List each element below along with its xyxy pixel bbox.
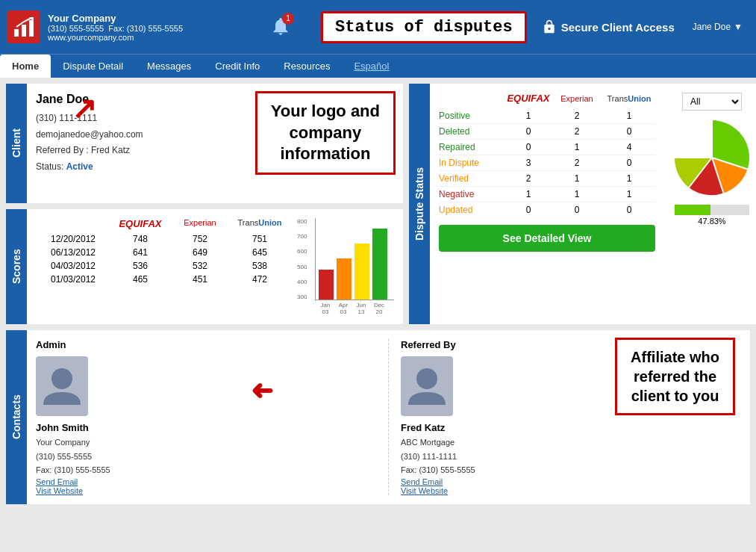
scores-row-0: 12/20/2012 748 752 751 bbox=[36, 232, 290, 246]
dispute-chart-area: All Equifax Experian TransUnion bbox=[667, 93, 756, 315]
chevron-down-icon: ▼ bbox=[734, 22, 743, 32]
dispute-label-positive: Positive bbox=[439, 111, 506, 121]
svg-rect-1 bbox=[22, 25, 26, 37]
scores-transunion-header: TransUnion bbox=[238, 218, 282, 227]
secure-access-label: Secure Client Access bbox=[561, 21, 675, 34]
dispute-status-section: Dispute Status EQUIFAX Experian bbox=[409, 84, 756, 324]
dispute-row-verified: Verified 2 1 1 bbox=[439, 171, 655, 187]
dispute-filter-dropdown[interactable]: All Equifax Experian TransUnion bbox=[682, 93, 742, 111]
bar-label-jun: Jun13 bbox=[354, 302, 369, 315]
see-detailed-view-button[interactable]: See Detailed View bbox=[439, 225, 655, 252]
referred-visit-website[interactable]: Visit Website bbox=[401, 486, 741, 495]
affiliate-annotation-box: Affiliate whoreferred theclient to you bbox=[615, 338, 735, 415]
company-logo bbox=[7, 10, 40, 43]
logo-arrow: ↗ bbox=[72, 91, 97, 125]
dispute-equifax-header: EQUIFAX bbox=[507, 93, 549, 104]
dispute-label-verified: Verified bbox=[439, 173, 506, 184]
nav-tab-messages[interactable]: Messages bbox=[135, 55, 203, 78]
nav-tab-credit-info[interactable]: Credit Info bbox=[203, 55, 272, 78]
dispute-label-deleted: Deleted bbox=[439, 126, 506, 137]
company-website: www.yourcompany.com bbox=[48, 33, 270, 42]
client-status-value: Active bbox=[66, 161, 93, 172]
nav-tab-dispute-detail[interactable]: Dispute Detail bbox=[51, 55, 135, 78]
dispute-pie-chart bbox=[671, 117, 753, 199]
bar-apr bbox=[337, 258, 352, 300]
nav-tab-home[interactable]: Home bbox=[0, 55, 51, 78]
nav-espanol[interactable]: Español bbox=[342, 55, 401, 78]
client-section: Client Jane Doe (310) 111-1111 demojaned… bbox=[6, 84, 403, 203]
referred-by-avatar bbox=[401, 356, 453, 416]
referred-send-email[interactable]: Send Email bbox=[401, 477, 741, 486]
referred-by-name: Fred Katz bbox=[401, 422, 741, 433]
svg-rect-2 bbox=[29, 20, 34, 37]
progress-bar-fill bbox=[675, 205, 710, 215]
user-menu[interactable]: Jane Doe ▼ bbox=[687, 20, 749, 34]
logo-annotation-text: Your logo andcompanyinformation bbox=[271, 101, 380, 165]
scores-experian-header: Experian bbox=[184, 218, 216, 227]
scores-section: Scores EQUIFAX Experian TransUnion bbox=[6, 209, 403, 324]
client-section-label: Client bbox=[6, 84, 27, 203]
scores-chart: 800700600500400300 Jan03 Apr03 bbox=[297, 218, 394, 315]
affiliate-annotation-text: Affiliate whoreferred theclient to you bbox=[631, 347, 719, 406]
scores-row-1: 06/13/2012 641 649 645 bbox=[36, 246, 290, 259]
admin-visit-website[interactable]: Visit Website bbox=[36, 486, 376, 495]
dispute-transunion-header: TransUnion bbox=[607, 94, 652, 103]
scores-row-3: 01/03/2012 465 451 472 bbox=[36, 273, 290, 286]
dispute-row-repaired: Repaired 0 1 4 bbox=[439, 140, 655, 155]
dispute-row-positive: Positive 1 2 1 bbox=[439, 108, 655, 124]
dispute-experian-header: Experian bbox=[560, 94, 593, 103]
contacts-section: Contacts Admin John Smith Your Company (… bbox=[6, 330, 750, 504]
scores-row-2: 04/03/2012 536 532 538 bbox=[36, 259, 290, 273]
bar-label-apr: Apr03 bbox=[336, 302, 351, 315]
scores-equifax-header: EQUIFAX bbox=[119, 218, 161, 229]
admin-details: Your Company (310) 555-5555 Fax: (310) 5… bbox=[36, 435, 376, 477]
admin-name: John Smith bbox=[36, 422, 376, 433]
notification-count: 1 bbox=[282, 13, 294, 25]
svg-point-10 bbox=[416, 368, 437, 389]
referred-by-details: ABC Mortgage (310) 111-1111 Fax: (310) 5… bbox=[401, 435, 741, 477]
admin-title: Admin bbox=[36, 339, 376, 350]
dispute-label-indispute: In Dispute bbox=[439, 158, 506, 168]
affiliate-arrow: ➜ bbox=[251, 375, 273, 406]
company-name: Your Company bbox=[48, 13, 270, 24]
header: Your Company (310) 555-5555 Fax: (310) 5… bbox=[0, 0, 756, 54]
bar-label-dec: Dec20 bbox=[372, 302, 387, 315]
contacts-outer: Contacts Admin John Smith Your Company (… bbox=[0, 330, 756, 510]
secure-access: Secure Client Access bbox=[542, 19, 675, 34]
dispute-status-label: Dispute Status bbox=[409, 84, 430, 324]
dispute-row-indispute: In Dispute 3 2 0 bbox=[439, 155, 655, 171]
dispute-row-deleted: Deleted 0 2 0 bbox=[439, 124, 655, 140]
dispute-label-updated: Updated bbox=[439, 205, 506, 215]
progress-bar-container: 47.83% bbox=[675, 205, 749, 226]
progress-percentage: 47.83% bbox=[675, 217, 749, 226]
contacts-section-label: Contacts bbox=[6, 330, 27, 504]
bar-jun bbox=[354, 244, 369, 300]
svg-rect-0 bbox=[14, 29, 19, 37]
logo-annotation-box: Your logo andcompanyinformation bbox=[255, 91, 396, 175]
dispute-row-updated: Updated 0 0 0 bbox=[439, 202, 655, 217]
notification-bell[interactable]: 1 bbox=[270, 16, 291, 39]
dispute-table: EQUIFAX Experian TransUnion Positive bbox=[439, 93, 655, 315]
scores-section-label: Scores bbox=[6, 209, 27, 324]
nav-bar: Home Dispute Detail Messages Credit Info… bbox=[0, 54, 756, 78]
dispute-label-negative: Negative bbox=[439, 189, 506, 199]
admin-send-email[interactable]: Send Email bbox=[36, 477, 376, 486]
bar-dec bbox=[372, 229, 387, 300]
user-name: Jane Doe bbox=[693, 22, 731, 32]
dispute-label-repaired: Repaired bbox=[439, 142, 506, 152]
admin-contact: Admin John Smith Your Company (310) 555-… bbox=[36, 339, 389, 495]
company-phone: (310) 555-5555 Fax: (310) 555-5555 bbox=[48, 24, 270, 33]
bar-jan bbox=[319, 270, 334, 300]
nav-tab-resources[interactable]: Resources bbox=[272, 55, 342, 78]
company-info: Your Company (310) 555-5555 Fax: (310) 5… bbox=[48, 13, 270, 42]
dispute-row-negative: Negative 1 1 1 bbox=[439, 187, 655, 202]
admin-avatar bbox=[36, 356, 88, 416]
bar-label-jan: Jan03 bbox=[318, 302, 333, 315]
svg-point-9 bbox=[51, 368, 72, 389]
status-disputes-box: Status of disputes bbox=[321, 11, 527, 43]
status-disputes-label: Status of disputes bbox=[335, 18, 513, 37]
